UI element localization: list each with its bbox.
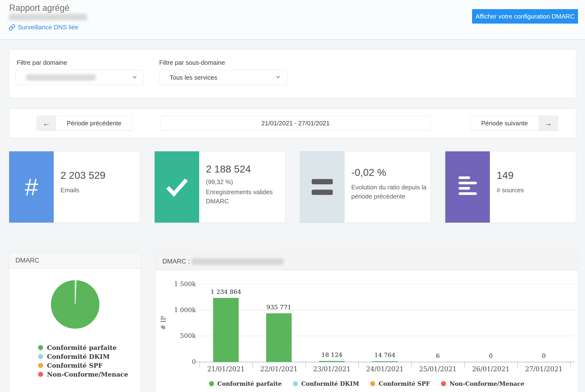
legend-dot-icon	[441, 381, 446, 386]
sources-count: 149	[497, 170, 576, 181]
subdomain-filter-label: Filtre par sous-domaine	[159, 59, 225, 66]
check-icon	[155, 151, 199, 222]
bar-legend-item: Non-Conforme/Menace	[441, 380, 524, 387]
bar	[319, 361, 345, 362]
domain-filter-value-redacted	[26, 74, 96, 80]
ratio-evolution-value: -0,02 %	[351, 167, 431, 178]
hash-icon: #	[9, 151, 54, 222]
bar-value-label: 935 771	[252, 304, 305, 311]
dmarc-aggregate-report-page: Rapport agrégé Surveillance DNS liée Aff…	[0, 0, 585, 392]
bar-value-label: 18 124	[305, 351, 358, 358]
pie-card-header: DMARC	[9, 252, 141, 268]
chevron-down-icon	[275, 74, 281, 81]
arrow-left-icon: ←	[37, 116, 56, 130]
domain-filter-select[interactable]	[16, 70, 144, 85]
legend-label: Conformité DKIM	[301, 380, 359, 387]
page-title: Rapport agrégé	[9, 3, 69, 13]
bar-value-label: 0	[464, 352, 517, 359]
x-axis-tick-label: 23/01/2021	[305, 365, 358, 373]
dmarc-bar-card: DMARC : 0500k1 000k1 500k# IP1 234 86421…	[155, 252, 578, 392]
bar	[266, 313, 292, 362]
legend-label: Conformité SPF	[47, 362, 103, 369]
bar-legend-item: Conformité parfaite	[209, 380, 282, 387]
x-axis-tick	[570, 362, 571, 368]
bar-card-title: DMARC :	[162, 258, 190, 265]
link-icon	[9, 24, 16, 31]
dmarc-bar-chart: 0500k1 000k1 500k# IP1 234 86421/01/2021…	[156, 270, 578, 392]
valid-records-count: 2 188 524	[206, 164, 285, 175]
dmarc-pie-chart	[50, 280, 100, 330]
bar-value-label: 1 234 864	[199, 288, 252, 295]
subdomain-filter-value: Tous les services	[170, 74, 217, 81]
x-axis-tick-label: 22/01/2021	[252, 365, 305, 373]
legend-label: Non-Conforme/Menace	[47, 371, 128, 378]
y-axis-title: # IP	[160, 313, 167, 332]
pie-legend-item: Conformité DKIM	[38, 352, 128, 361]
pie-card-title: DMARC	[16, 257, 39, 264]
sources-label: # sources	[497, 186, 576, 195]
emails-count: 2 203 529	[61, 170, 140, 181]
x-axis-tick-label: 24/01/2021	[358, 365, 411, 373]
domain-filter-label: Filtre par domaine	[17, 59, 67, 66]
legend-label: Conformité parfaite	[47, 344, 117, 351]
legend-dot-icon	[293, 381, 298, 386]
x-axis-tick-label: 21/01/2021	[199, 365, 252, 373]
y-axis-tick-label: 500k	[156, 332, 196, 339]
pie-legend: Conformité parfaiteConformité DKIMConfor…	[38, 343, 128, 379]
y-gridline	[195, 284, 575, 284]
next-period-button[interactable]: Période suivante →	[470, 116, 558, 131]
stat-card-emails: # 2 203 529 Emails	[9, 151, 140, 223]
dmarc-config-button[interactable]: Afficher votre configuration DMARC	[472, 9, 578, 24]
legend-label: Conformité SPF	[379, 380, 430, 387]
dns-monitoring-link-label: Surveillance DNS liée	[18, 24, 78, 31]
legend-dot-icon	[209, 381, 214, 386]
equals-icon	[300, 151, 345, 222]
legend-label: Conformité parfaite	[217, 380, 282, 387]
previous-period-label: Période précédente	[56, 116, 132, 130]
bar-card-title-redacted	[192, 258, 284, 265]
subdomain-filter-select[interactable]: Tous les services	[159, 70, 287, 85]
bar-legend-item: Conformité SPF	[370, 380, 430, 387]
legend-label: Conformité DKIM	[47, 353, 110, 360]
bar	[372, 361, 398, 362]
chevron-down-icon	[132, 74, 138, 81]
bar-value-label: 6	[411, 352, 464, 359]
valid-records-label: Enregistrements valides DMARC	[206, 188, 278, 206]
stats-row: # 2 203 529 Emails 2 188 524 (99,32 %) E…	[9, 151, 576, 223]
bar-legend-item: Conformité DKIM	[293, 380, 359, 387]
list-icon	[445, 151, 490, 222]
bar-chart-legend: Conformité parfaiteConformité DKIMConfor…	[156, 380, 578, 387]
legend-dot-icon	[38, 363, 43, 368]
ratio-evolution-label: Evolution du ratio depuis la période pré…	[351, 183, 431, 201]
bar-value-label: 14 764	[358, 352, 411, 358]
dns-monitoring-link[interactable]: Surveillance DNS liée	[9, 24, 78, 31]
stat-card-valid-dmarc-records: 2 188 524 (99,32 %) Enregistrements vali…	[154, 151, 285, 223]
legend-label: Non-Conforme/Menace	[449, 380, 524, 387]
x-axis-tick-label: 27/01/2021	[517, 365, 570, 373]
period-range-input[interactable]	[160, 116, 431, 131]
period-navigation-card: ← Période précédente Période suivante →	[9, 109, 576, 138]
legend-dot-icon	[38, 354, 43, 359]
previous-period-button[interactable]: ← Période précédente	[37, 116, 132, 131]
page-header: Rapport agrégé Surveillance DNS liée Aff…	[0, 0, 585, 40]
dmarc-pie-card: DMARC Conformité parfaiteConformité DKIM…	[9, 252, 141, 392]
pie-legend-item: Conformité SPF	[38, 361, 128, 370]
pie-card-body: Conformité parfaiteConformité DKIMConfor…	[9, 268, 141, 392]
next-period-label: Période suivante	[471, 116, 538, 130]
x-axis-tick-label: 25/01/2021	[411, 365, 464, 373]
pie-legend-item: Non-Conforme/Menace	[38, 370, 128, 379]
valid-records-percent: (99,32 %)	[206, 177, 285, 186]
page-subtitle-redacted	[9, 14, 87, 20]
bar-value-label: 0	[517, 352, 570, 359]
emails-label: Emails	[61, 186, 140, 195]
stat-card-ratio-evolution: -0,02 % Evolution du ratio depuis la pér…	[300, 151, 431, 223]
bar-card-header: DMARC :	[156, 252, 578, 270]
y-axis-tick-label: 1 500k	[156, 280, 196, 288]
filter-card: Filtre par domaine Filtre par sous-domai…	[9, 50, 576, 98]
arrow-right-icon: →	[538, 116, 558, 130]
y-axis-tick-label: 1 000k	[156, 306, 196, 314]
y-axis-tick-label: 0	[156, 358, 196, 365]
legend-dot-icon	[370, 381, 375, 386]
bar	[213, 298, 239, 362]
legend-dot-icon	[38, 345, 43, 350]
